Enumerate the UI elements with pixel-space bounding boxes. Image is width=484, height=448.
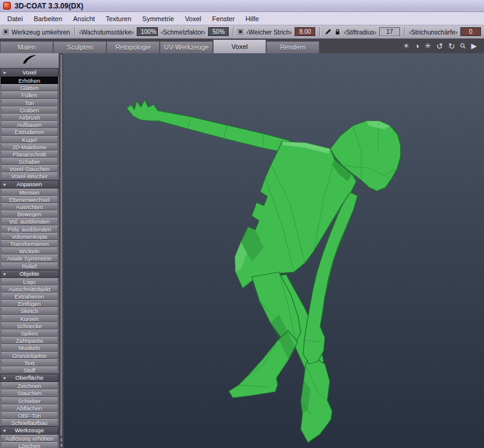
growth-strength-field[interactable]: 100% xyxy=(137,27,158,36)
tool-fullen[interactable]: Füllen xyxy=(1,91,58,99)
menu-item-fenster[interactable]: Fenster xyxy=(207,13,240,24)
view-icons: ☀◑✳↺↻⚲▶ xyxy=(396,39,484,53)
pen-radius-label: ‹Stiftradius› xyxy=(344,28,376,36)
tool-schieber[interactable]: Schieber xyxy=(1,397,58,404)
tool-grundobjekte[interactable]: Grundobjekte xyxy=(1,352,58,359)
tool-extrudieren[interactable]: Extrudieren xyxy=(1,128,58,135)
tool-muskeln[interactable]: Muskeln xyxy=(1,344,58,351)
scrollbar-down-button[interactable] xyxy=(60,443,63,447)
magnifier-icon[interactable]: ⚲ xyxy=(459,42,468,51)
tool-airbrush[interactable]: Airbrush xyxy=(1,114,58,121)
menu-item-ansicht[interactable]: Ansicht xyxy=(68,13,100,24)
title-bar[interactable]: 3D-COAT 3.3.09(DX) xyxy=(0,0,484,12)
flare-icon[interactable]: ✳ xyxy=(425,42,431,50)
sun-icon[interactable]: ☀ xyxy=(403,42,410,50)
tool-wickeln[interactable]: Wickeln xyxy=(1,247,58,255)
tool-poly-ausblenden[interactable]: Poly. ausblenden xyxy=(1,226,58,233)
sidebar-header xyxy=(0,53,59,68)
tool-schaber[interactable]: Schaber xyxy=(1,158,58,165)
tool-glatten[interactable]: Glätten xyxy=(1,84,58,91)
menu-item-barbeiten[interactable]: Barbeiten xyxy=(28,13,68,24)
viewport-3d[interactable] xyxy=(64,53,484,448)
tool-section-werkzeuge[interactable]: ▼Werkzeuge xyxy=(0,426,59,435)
tool-abflachen[interactable]: Abflachen xyxy=(1,404,58,412)
soft-stroke-checkbox[interactable] xyxy=(238,29,243,34)
tool-stauchen[interactable]: Stauchen xyxy=(1,389,58,397)
options-toolbar: Werkzeug umkehren ‹Wachstumsstärke› 100%… xyxy=(0,25,484,39)
stroke-blur-label: ‹Strichunschärfe› xyxy=(409,28,457,36)
tool-aufbauen[interactable]: Aufbauen xyxy=(1,121,58,128)
menu-item-datei[interactable]: Datei xyxy=(2,13,28,24)
invert-tool-label: Werkzeug umkehren xyxy=(11,28,70,36)
tool-sidebar: ▼VoxelErhöhenGlättenFüllenTonGrabenAirbr… xyxy=(0,53,59,448)
pen-radius-field[interactable]: 17 xyxy=(379,27,400,36)
tool-transformieren[interactable]: Transformieren xyxy=(1,240,58,247)
tool-loschen[interactable]: Löschen xyxy=(1,442,58,448)
tool-volumenkopie[interactable]: Volumenkopie xyxy=(1,233,58,240)
tool-einfugen[interactable]: Einfügen xyxy=(1,300,58,307)
tool-schnellaufbau[interactable]: Schnellaufbau xyxy=(1,419,58,426)
invert-tool-checkbox[interactable] xyxy=(3,29,8,34)
tool-ausrichten[interactable]: Ausrichten xyxy=(1,203,58,210)
tab-malen[interactable]: Malen xyxy=(0,41,53,53)
tab-voxel[interactable]: Voxel xyxy=(213,39,266,53)
melt-factor-field[interactable]: 50% xyxy=(208,27,229,36)
tool-relief[interactable]: Relief xyxy=(1,262,58,270)
toolbar-separator xyxy=(319,27,320,36)
tool-voxel-wischer[interactable]: Voxel-Wischer xyxy=(1,172,58,180)
stroke-blur-field[interactable]: 0 xyxy=(460,27,481,36)
scrollbar-thumb[interactable] xyxy=(60,54,63,437)
scrollbar-up-button[interactable] xyxy=(60,438,63,442)
tool-stoff[interactable]: Stoff xyxy=(1,366,58,374)
menu-item-voxel[interactable]: Voxel xyxy=(180,13,207,24)
melt-factor-label: ‹Schmelzfaktor› xyxy=(161,28,206,36)
menu-item-texturen[interactable]: Texturen xyxy=(100,13,137,24)
tool-kurven[interactable]: Kurven xyxy=(1,315,58,322)
tool-obf-ton[interactable]: OBF-Ton xyxy=(1,412,58,419)
lock-icon[interactable] xyxy=(335,28,341,36)
rotate-cw-icon[interactable]: ↻ xyxy=(448,42,455,50)
tool-2d-malebene[interactable]: 2D-Malebene xyxy=(1,143,58,151)
tab-retopologie[interactable]: Retopologie xyxy=(106,41,160,53)
tab-sculpten[interactable]: Sculpten xyxy=(53,41,106,53)
tool-voxel-stauchen[interactable]: Voxel-Stauchen xyxy=(1,165,58,172)
pen-icon[interactable] xyxy=(324,28,332,36)
tool-sketch[interactable]: Sketch xyxy=(1,307,58,314)
tool-graben[interactable]: Graben xyxy=(1,106,58,114)
tool-zahnpasta[interactable]: Zahnpasta xyxy=(1,337,58,344)
tool-extrahieren[interactable]: Extrahieren xyxy=(1,293,58,300)
tool-ton[interactable]: Ton xyxy=(1,99,58,106)
tool-ausschnittobjekt[interactable]: Ausschnittobjekt xyxy=(1,285,58,293)
tool-axiale-symmetrie[interactable]: Axiale Symmetrie xyxy=(1,255,58,262)
tool-logo[interactable]: Logo xyxy=(1,278,58,285)
tool-vol-ausblenden[interactable]: Vol. ausblenden xyxy=(1,218,58,225)
tool-text[interactable]: Text xyxy=(1,359,58,366)
tool-auflosung-erhohen[interactable]: Auflösung erhöhen xyxy=(1,435,58,442)
workspace-tab-row: MalenSculptenRetopologieUV-WerkzeugeVoxe… xyxy=(0,39,484,53)
contrast-icon[interactable]: ◑ xyxy=(415,42,419,50)
tool-bewegen[interactable]: Bewegen xyxy=(1,210,58,218)
tool-ebenenwechsel[interactable]: Ebenenwechsel xyxy=(1,196,58,203)
tool-messen[interactable]: Messen xyxy=(1,189,58,196)
tool-erhohen[interactable]: Erhöhen xyxy=(1,77,58,84)
tool-zeichnen[interactable]: Zeichnen xyxy=(1,382,58,389)
tool-section-objekte[interactable]: ▼Objekte xyxy=(0,270,59,278)
tool-kugel[interactable]: Kugel xyxy=(1,136,58,143)
tab-uv-werkzeuge[interactable]: UV-Werkzeuge xyxy=(160,41,213,53)
tool-section-oberflache[interactable]: ▼Oberfläche xyxy=(0,374,59,382)
sidebar-scrollbar[interactable] xyxy=(59,53,64,448)
rotate-ccw-icon[interactable]: ↺ xyxy=(436,42,443,50)
menu-item-hilfe[interactable]: Hilfe xyxy=(240,13,264,24)
soft-stroke-field[interactable]: 8.00 xyxy=(295,27,315,36)
tool-section-voxel[interactable]: ▼Voxel xyxy=(0,68,59,77)
menu-item-symmetrie[interactable]: Symmetrie xyxy=(137,13,180,24)
tool-section-label: Anpassen xyxy=(16,181,42,187)
collapse-arrow-icon: ▼ xyxy=(2,375,7,382)
tool-section-anpassen[interactable]: ▼Anpassen xyxy=(0,180,59,189)
cursor-icon[interactable]: ▶ xyxy=(471,42,477,50)
tool-spikes[interactable]: Spikes xyxy=(1,330,58,337)
collapse-arrow-icon: ▼ xyxy=(2,181,7,189)
tool-planarschnitt[interactable]: Planarschnitt xyxy=(1,151,58,158)
tool-schnecke[interactable]: Schnecke xyxy=(1,322,58,330)
tab-rendern[interactable]: Rendern xyxy=(266,41,319,53)
